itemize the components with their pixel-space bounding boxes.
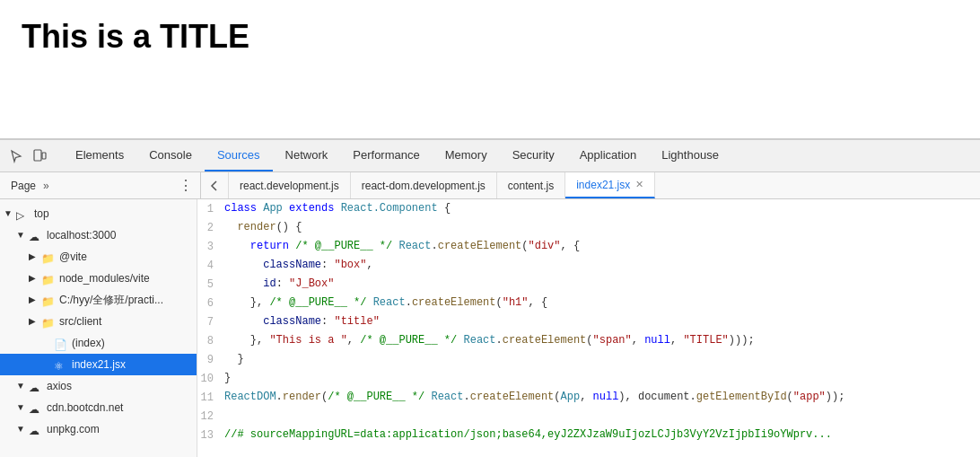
code-panel[interactable]: 1class App extends React.Component {2 re…	[197, 199, 980, 457]
tree-item-axios[interactable]: ▼ ☁ axios	[0, 375, 197, 397]
line-number: 13	[197, 426, 224, 444]
secondary-toolbar: Page » ⋮ react.development.js react-dom.…	[0, 172, 980, 199]
line-code: class App extends React.Component {	[224, 199, 980, 217]
line-code: //# sourceMappingURL=data:application/js…	[224, 426, 980, 444]
file-tab-react-development[interactable]: react.development.js	[229, 172, 351, 198]
origin-icon: ☁	[29, 400, 43, 415]
line-number: 7	[197, 312, 224, 331]
tree-item-node-modules[interactable]: ▶ 📁 node_modules/vite	[0, 268, 197, 289]
tree-arrow: ▼	[16, 420, 29, 438]
page-content: This is a TITLE	[0, 0, 980, 139]
svg-rect-0	[34, 150, 41, 161]
tab-memory[interactable]: Memory	[433, 140, 500, 171]
line-code: }, "This is a ", /* @__PURE__ */ React.c…	[224, 331, 980, 349]
tree-arrow: ▼	[16, 399, 29, 417]
line-number: 2	[197, 218, 224, 237]
tree-item-src-client[interactable]: ▶ 📁 src/client	[0, 311, 197, 332]
tree-label: cdn.bootcdn.net	[47, 399, 123, 417]
code-line: 6 }, /* @__PURE__ */ React.createElement…	[197, 294, 980, 312]
line-number: 6	[197, 294, 224, 312]
file-icon: 📄	[54, 336, 68, 350]
page-panel-header: Page » ⋮	[4, 172, 201, 198]
tree-label: top	[34, 205, 49, 223]
code-line: 3 return /* @__PURE__ */ React.createEle…	[197, 237, 980, 256]
tree-item-hyy[interactable]: ▶ 📁 C:/hyy/全修班/practi...	[0, 289, 197, 311]
tree-item-vite[interactable]: ▶ 📁 @vite	[0, 246, 197, 268]
svg-rect-1	[42, 153, 46, 159]
panel-menu-icon[interactable]: ⋮	[179, 177, 193, 194]
tree-item-top[interactable]: ▼ ▷ top	[0, 203, 197, 224]
tab-sources[interactable]: Sources	[205, 140, 273, 171]
line-code: id: "J_Box"	[224, 275, 980, 293]
code-line: 1class App extends React.Component {	[197, 199, 980, 218]
jsx-file-icon: ⚛	[54, 357, 68, 372]
line-number: 5	[197, 275, 224, 294]
line-code: className: "title"	[224, 312, 980, 330]
cursor-icon[interactable]	[7, 147, 25, 165]
tree-arrow: ▼	[4, 205, 16, 223]
frame-icon: ▷	[16, 207, 31, 221]
tab-lighthouse[interactable]: Lighthouse	[649, 140, 731, 171]
code-line: 5 id: "J_Box"	[197, 275, 980, 294]
line-number: 1	[197, 199, 224, 218]
code-line: 13//# sourceMappingURL=data:application/…	[197, 426, 980, 444]
file-tab-navigate-back[interactable]	[201, 172, 229, 198]
devtools-toolbar: Elements Console Sources Network Perform…	[0, 140, 980, 172]
code-line: 9 }	[197, 350, 980, 369]
tree-label: localhost:3000	[47, 226, 116, 244]
tree-label: index21.jsx	[72, 356, 126, 374]
tree-arrow: ▶	[29, 291, 41, 309]
file-tab-react-dom-development[interactable]: react-dom.development.js	[351, 172, 497, 198]
line-code: }	[224, 369, 980, 387]
tree-arrow: ▶	[29, 312, 41, 330]
tree-label: axios	[47, 377, 72, 395]
code-line: 2 render() {	[197, 218, 980, 237]
tree-item-unpkg[interactable]: ▼ ☁ unpkg.com	[0, 418, 197, 440]
origin-icon: ☁	[29, 379, 43, 393]
tab-network[interactable]: Network	[273, 140, 341, 171]
line-number: 10	[197, 369, 224, 388]
more-tabs-button[interactable]: »	[43, 180, 49, 192]
line-code: className: "box",	[224, 256, 980, 274]
tab-performance[interactable]: Performance	[340, 140, 432, 171]
file-tab-index21[interactable]: index21.jsx ✕	[565, 172, 655, 198]
tree-arrow: ▶	[29, 269, 41, 287]
tree-arrow: ▶	[29, 248, 41, 266]
devtools-panel: Elements Console Sources Network Perform…	[0, 139, 980, 457]
tab-elements[interactable]: Elements	[63, 140, 136, 171]
tree-item-index[interactable]: ▶ 📄 (index)	[0, 332, 197, 354]
line-code: }, /* @__PURE__ */ React.createElement("…	[224, 294, 980, 312]
code-line: 10}	[197, 369, 980, 388]
folder-icon: 📁	[41, 314, 56, 329]
tree-label: unpkg.com	[47, 420, 100, 438]
tab-application[interactable]: Application	[567, 140, 650, 171]
code-line: 8 }, "This is a ", /* @__PURE__ */ React…	[197, 331, 980, 350]
toolbar-icons	[7, 147, 48, 165]
code-container: 1class App extends React.Component {2 re…	[197, 199, 980, 444]
close-tab-icon[interactable]: ✕	[635, 179, 643, 190]
line-code: }	[224, 350, 980, 368]
file-tree: ▼ ▷ top ▼ ☁ localhost:3000 ▶ 📁 @vite ▶ 📁	[0, 199, 197, 457]
line-number: 9	[197, 350, 224, 369]
file-tab-content[interactable]: content.js	[497, 172, 565, 198]
tree-label: (index)	[72, 334, 105, 352]
tree-item-localhost[interactable]: ▼ ☁ localhost:3000	[0, 224, 197, 246]
devtools-body: ▼ ▷ top ▼ ☁ localhost:3000 ▶ 📁 @vite ▶ 📁	[0, 199, 980, 457]
tab-console[interactable]: Console	[136, 140, 205, 171]
code-line: 7 className: "title"	[197, 312, 980, 331]
tree-item-bootcdn[interactable]: ▼ ☁ cdn.bootcdn.net	[0, 397, 197, 418]
tree-item-index21[interactable]: ▶ ⚛ index21.jsx	[0, 354, 197, 375]
line-number: 4	[197, 256, 224, 275]
tree-label: C:/hyy/全修班/practi...	[59, 291, 163, 309]
tab-security[interactable]: Security	[500, 140, 567, 171]
origin-icon: ☁	[29, 422, 43, 436]
origin-icon: ☁	[29, 228, 43, 242]
device-icon[interactable]	[31, 147, 48, 165]
file-tabs: react.development.js react-dom.developme…	[201, 172, 976, 198]
tree-label: node_modules/vite	[59, 269, 150, 287]
page-label: Page	[11, 180, 36, 192]
folder-icon: 📁	[41, 293, 56, 307]
tree-label: @vite	[59, 248, 87, 266]
line-number: 3	[197, 237, 224, 256]
code-line: 4 className: "box",	[197, 256, 980, 275]
